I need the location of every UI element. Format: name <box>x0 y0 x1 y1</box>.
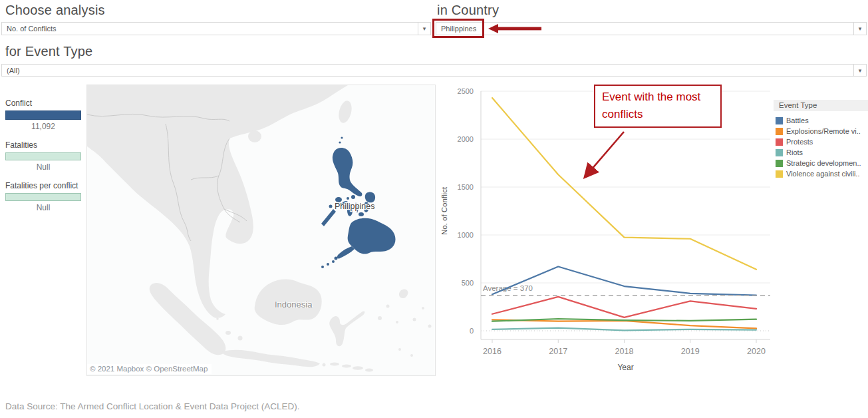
y-tick-label: 2500 <box>458 87 474 95</box>
conflict-bar[interactable] <box>5 110 81 120</box>
legend-title: Event Type <box>774 100 868 111</box>
dropdown-caret-icon[interactable]: ▾ <box>853 23 866 35</box>
legend-item[interactable]: Riots <box>774 147 868 158</box>
legend-label: Battles <box>786 116 809 124</box>
choose-analysis-title: Choose analysis <box>5 3 105 18</box>
conflict-value: 11,092 <box>5 120 81 131</box>
y-tick-label: 1500 <box>458 183 474 191</box>
dashboard: Choose analysis in Country for Event Typ… <box>0 0 868 418</box>
legend-item[interactable]: Violence against civili.. <box>774 168 868 179</box>
legend-item[interactable]: Explosions/Remote vi.. <box>774 126 868 136</box>
fatalities-per-conflict-value: Null <box>5 201 81 212</box>
legend-item[interactable]: Battles <box>774 115 868 126</box>
map-island-hainan <box>248 130 261 142</box>
in-country-title: in Country <box>437 3 499 18</box>
legend-label: Protests <box>786 138 813 146</box>
dropdown-caret-icon[interactable]: ▾ <box>418 23 430 35</box>
series-line-explosions-remote-vi[interactable] <box>492 319 756 328</box>
legend-swatch-icon <box>776 160 783 167</box>
line-chart-pane: 0500100015002000250020162017201820192020… <box>439 83 772 379</box>
map-pane[interactable]: Philippines Indonesia © 2021 Mapbox © Op… <box>86 85 436 376</box>
legend-label: Explosions/Remote vi.. <box>786 127 861 135</box>
fatalities-value: Null <box>5 160 81 172</box>
legend-panel: Event Type BattlesExplosions/Remote vi..… <box>774 100 868 179</box>
annotation-arrow-icon <box>587 132 624 175</box>
event-type-dropdown[interactable]: (All) ▾ <box>1 64 867 77</box>
x-tick-label: 2018 <box>615 347 634 356</box>
y-axis-title: No. of Conflict <box>440 186 448 235</box>
analysis-dropdown[interactable]: No. of Conflicts ▾ <box>1 22 431 35</box>
kpi-panel: Conflict 11,092 Fatalities Null Fataliti… <box>0 99 86 222</box>
map-small-islands <box>216 289 431 371</box>
y-tick-label: 2000 <box>458 135 474 143</box>
series-line-riots[interactable] <box>492 328 756 331</box>
country-arrow-icon <box>488 23 543 34</box>
legend-label: Violence against civili.. <box>786 170 859 178</box>
x-tick-label: 2016 <box>483 347 502 356</box>
legend-label: Riots <box>786 148 803 156</box>
legend-label: Strategic developmen.. <box>786 159 861 167</box>
conflict-label: Conflict <box>5 99 86 108</box>
fatalities-label: Fatalities <box>5 140 86 150</box>
legend-swatch-icon <box>776 170 783 178</box>
annotation-box: Event with the most conflicts <box>594 85 722 128</box>
map-island-sulawesi <box>329 311 364 346</box>
legend-swatch-icon <box>776 138 783 146</box>
series-line-protests[interactable] <box>492 297 756 317</box>
y-tick-label: 0 <box>470 327 474 335</box>
legend-items: BattlesExplosions/Remote vi..ProtestsRio… <box>774 115 868 179</box>
country-dropdown-value: Philippines <box>441 25 476 33</box>
map-island-sumatra <box>150 283 226 355</box>
legend-item[interactable]: Protests <box>774 136 868 147</box>
fatalities-per-conflict-label: Fatalities per conflict <box>5 181 86 190</box>
analysis-dropdown-value: No. of Conflicts <box>7 25 57 33</box>
legend-swatch-icon <box>776 149 783 156</box>
map-island-java <box>222 350 320 367</box>
fatalities-per-conflict-bar[interactable] <box>5 193 81 201</box>
map-land-mainland <box>87 85 348 318</box>
map-island-taiwan <box>337 99 354 124</box>
y-tick-label: 1000 <box>458 231 474 239</box>
fatalities-bar[interactable] <box>5 152 81 160</box>
legend-swatch-icon <box>776 128 783 135</box>
x-tick-label: 2020 <box>747 347 766 356</box>
legend-swatch-icon <box>776 117 783 124</box>
x-axis-title: Year <box>617 363 633 372</box>
dropdown-caret-icon[interactable]: ▾ <box>853 65 866 76</box>
legend-item[interactable]: Strategic developmen.. <box>774 158 868 168</box>
map-label-indonesia: Indonesia <box>275 300 313 310</box>
x-tick-label: 2017 <box>549 347 567 356</box>
for-event-type-title: for Event Type <box>5 44 92 59</box>
map-attribution[interactable]: © 2021 Mapbox © OpenStreetMap <box>87 364 212 374</box>
y-tick-label: 500 <box>462 279 474 287</box>
data-source-text: Data Source: The Armed Conflict Location… <box>5 401 299 411</box>
map-svg: Philippines Indonesia <box>87 85 435 375</box>
event-type-dropdown-value: (All) <box>7 67 20 75</box>
map-label-philippines: Philippines <box>335 202 374 211</box>
x-tick-label: 2019 <box>681 347 700 356</box>
